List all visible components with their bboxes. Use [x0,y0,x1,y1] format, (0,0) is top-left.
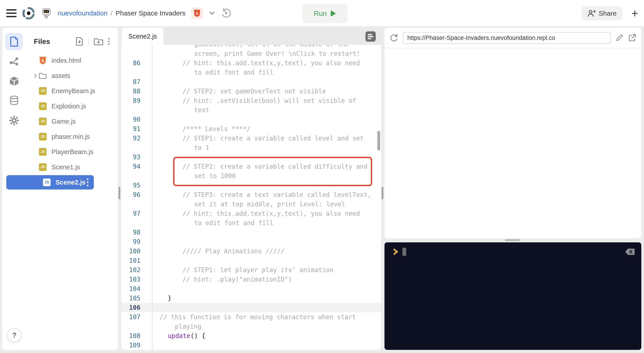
code-text: // STEP2: create a variable called diffi… [152,163,368,170]
code-line-94[interactable]: 94// STEP2: create a variable called dif… [121,162,381,171]
user-avatar[interactable] [41,7,52,20]
file-label: Scene1.js [52,164,80,171]
share-button[interactable]: Share [582,6,622,20]
pencil-icon[interactable] [615,34,624,42]
help-button[interactable]: ? [7,328,22,342]
code-line-106[interactable]: 106 [121,303,381,312]
replit-logo-icon[interactable] [22,7,35,20]
code-text: update() { [152,332,206,340]
code-line-91[interactable]: 91/**** Levels ****/ [121,124,381,134]
code-text: // hint: .setVisible(bool) will set visi… [152,97,356,104]
add-file-icon[interactable] [76,37,84,46]
code-line-95[interactable]: 95 [121,180,381,190]
file-row-phaser-min-js[interactable]: JSphaser.min.js [2,129,118,144]
breadcrumb-owner-link[interactable]: nuevofoundation [58,10,108,17]
js-file-icon: JS [39,133,46,140]
code-line-wrap[interactable]: screen, print Game Over! \nClick to rest… [121,49,381,58]
line-number: 101 [121,257,140,264]
file-kebab-menu-icon[interactable] [87,178,88,186]
code-text: // STEP3: create a text variable called … [152,191,371,198]
code-area[interactable]: gameOverText, set it at the middle of th… [121,45,381,350]
play-icon [330,10,336,17]
chevron-right-icon[interactable] [34,73,37,78]
js-file-icon: JS [43,178,50,186]
divider [88,38,89,45]
gutter-divider [152,45,152,350]
line-number: 107 [121,313,140,321]
code-line-101[interactable]: 101 [121,256,381,265]
code-line-wrap[interactable]: playing [121,322,381,331]
add-folder-icon[interactable] [94,38,103,46]
breadcrumb: nuevofoundation / Phaser Space Invaders [58,10,186,17]
code-text: to edit font and fill [152,219,274,227]
line-number: 99 [121,238,140,246]
code-text: screen, print Game Over! \nClick to rest… [152,50,360,57]
code-line-wrap[interactable]: text [121,105,381,115]
code-line-99[interactable]: 99 [121,237,381,246]
code-line-86[interactable]: 86// hint: this.add.text(x,y,text), you … [121,58,381,68]
tab-scene2[interactable]: Scene2.js [122,28,164,45]
history-icon[interactable] [221,8,231,18]
refresh-icon[interactable] [390,33,398,42]
code-line-96[interactable]: 96// STEP3: create a text variable calle… [121,190,381,199]
left-resize-handle[interactable] [118,187,120,199]
code-line-108[interactable]: 108update() { [121,331,381,340]
code-line-wrap[interactable]: to edit font and fill [121,68,381,77]
run-button[interactable]: Run [303,4,347,23]
webview-content[interactable] [384,48,641,238]
clear-console-icon[interactable] [625,248,635,255]
console-panel[interactable] [384,242,641,350]
kebab-menu-icon[interactable] [108,38,110,45]
code-line-93[interactable]: 93 [121,152,381,162]
code-line-97[interactable]: 97// hint: this.add.text(x,y,text), you … [121,209,381,218]
console-resize-handle[interactable] [505,239,520,241]
line-number: 103 [121,276,140,283]
file-row-playerbeam-js[interactable]: JSPlayerBeam.js [2,144,118,160]
sidebar-item-files[interactable] [5,33,22,50]
code-line-wrap[interactable]: to edit font and fill [121,218,381,228]
line-number: 97 [121,210,140,217]
html5-language-badge-icon[interactable]: 5 [191,8,203,19]
js-file-icon: JS [39,163,46,171]
hamburger-menu-icon[interactable] [6,9,16,17]
code-text: to 1 [152,144,209,152]
file-label: assets [52,72,70,80]
file-row-explosion-js[interactable]: JSExplosion.js [2,98,118,114]
new-tab-plus-button[interactable]: + [632,8,638,19]
code-line-103[interactable]: 103// hint: .play("animationID") [121,274,381,284]
code-line-87[interactable]: 87 [121,77,381,86]
code-line-wrap[interactable]: set to 1000 [121,171,381,180]
code-line-90[interactable]: 90 [121,115,381,124]
code-line-88[interactable]: 88// STEP2: set gameOverText not visible [121,86,381,96]
code-line-102[interactable]: 102// STEP1: let player play its' animat… [121,265,381,274]
file-label: index.html [52,57,81,64]
open-external-icon[interactable] [628,34,636,42]
code-line-89[interactable]: 89// hint: .setVisible(bool) will set vi… [121,96,381,105]
file-row-scene2-js[interactable]: JSScene2.js [2,175,118,190]
line-number: 92 [121,134,140,142]
file-row-assets[interactable]: assets [2,68,118,83]
code-text: /**** Levels ****/ [152,125,250,132]
code-line-98[interactable]: 98 [121,228,381,237]
format-icon[interactable] [366,31,376,42]
code-line-104[interactable]: 104 [121,284,381,294]
code-line-wrap[interactable]: to 1 [121,143,381,152]
code-line-wrap[interactable]: gameOverText, set it at the middle of th… [121,45,381,49]
file-row-enemybeam-js[interactable]: JSEnemyBeam.js [2,83,118,98]
svg-text:5: 5 [196,11,198,16]
file-row-game-js[interactable]: JSGame.js [2,114,118,129]
code-text: // hint: .play("animationID") [152,276,292,283]
editor-scrollbar[interactable] [377,131,380,150]
code-line-107[interactable]: 107// this function is for moving charac… [121,312,381,322]
code-line-105[interactable]: 105} [121,294,381,303]
chevron-down-icon[interactable] [209,11,216,16]
url-input[interactable] [403,32,611,44]
right-resize-handle[interactable] [382,187,383,199]
file-row-scene1-js[interactable]: JSScene1.js [2,160,118,175]
code-line-109[interactable]: 109 [121,340,381,350]
js-file-icon: JS [39,148,46,156]
code-line-100[interactable]: 100///// Play Animations ///// [121,246,381,256]
code-line-wrap[interactable]: set it at top middle, print Level: level [121,199,381,209]
file-row-index-html[interactable]: 5index.html [2,53,118,68]
code-line-92[interactable]: 92// STEP1: create a variable called lev… [121,134,381,143]
